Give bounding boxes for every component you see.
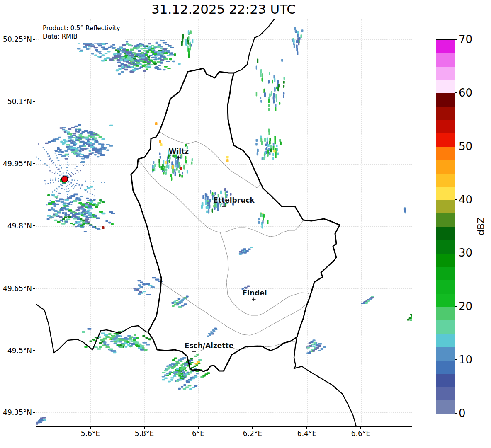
radar-spoke-dot <box>66 186 67 187</box>
radar-spoke-dot <box>55 179 56 180</box>
radar-echo-pixel <box>298 34 299 38</box>
radar-echo-pixel <box>160 46 163 47</box>
radar-echo-pixel <box>129 51 132 52</box>
radar-spoke-dot <box>76 166 78 167</box>
country-border-line <box>294 337 356 426</box>
radar-spoke-dot <box>80 170 81 172</box>
radar-echo-pixel <box>58 151 61 153</box>
radar-echo-pixel <box>77 48 80 50</box>
radar-echo-hot-pixel <box>160 143 163 146</box>
radar-echo-pixel <box>49 217 54 218</box>
radar-echo-pixel <box>85 216 88 217</box>
radar-echo-pixel <box>166 368 170 370</box>
radar-echo-pixel <box>257 152 258 156</box>
radar-echo-pixel <box>143 45 147 47</box>
radar-echo-hot-pixel <box>411 316 412 319</box>
radar-echo-pixel <box>276 145 278 147</box>
radar-echo-pixel <box>160 55 163 57</box>
radar-echo-pixel <box>298 41 299 45</box>
radar-echo-pixel <box>187 372 190 373</box>
radar-echo-pixel <box>146 68 148 70</box>
colorbar-segment <box>436 307 455 320</box>
radar-echo-pixel <box>268 80 270 84</box>
radar-echo-pixel <box>65 212 67 214</box>
latitude-tick-label: 49.95°N <box>0 160 32 168</box>
radar-echo-pixel <box>177 160 178 164</box>
radar-echo-pixel <box>170 377 174 378</box>
radar-echo-pixel <box>56 214 58 216</box>
radar-echo-pixel <box>67 214 70 216</box>
radar-echo-pixel <box>70 195 75 197</box>
radar-spoke-dot <box>76 183 78 184</box>
radar-spoke-dot <box>60 171 61 172</box>
radar-echo-pixel <box>258 221 260 224</box>
colorbar-segment <box>436 80 455 94</box>
radar-echo-pixel <box>81 158 85 160</box>
radar-spoke-dot <box>56 191 57 192</box>
radar-spoke-dot <box>56 157 58 159</box>
radar-spoke-dot <box>54 203 56 204</box>
radar-echo-pixel <box>62 207 67 209</box>
radar-echo-pixel <box>75 129 77 131</box>
radar-echo-pixel <box>180 368 183 371</box>
radar-echo-pixel <box>102 147 105 149</box>
radar-echo-pixel <box>165 168 167 171</box>
radar-echo-pixel <box>76 209 80 211</box>
radar-echo-pixel <box>112 44 115 45</box>
radar-echo-pixel <box>82 331 85 333</box>
radar-spoke-dot <box>63 210 64 211</box>
radar-echo-pixel <box>167 55 170 56</box>
radar-echo-pixel <box>278 84 280 88</box>
radar-echo-pixel <box>95 49 98 51</box>
radar-echo-pixel <box>260 73 262 77</box>
radar-echo-pixel <box>183 375 186 377</box>
radar-echo-pixel <box>277 87 279 92</box>
radar-echo-pixel <box>59 149 61 151</box>
radar-echo-pixel <box>101 138 105 140</box>
radar-echo-pixel <box>179 301 182 303</box>
radar-echo-pixel <box>64 140 68 142</box>
radar-echo-pixel <box>68 140 71 142</box>
radar-echo-pixel <box>136 62 140 64</box>
radar-echo-pixel <box>79 156 83 157</box>
radar-echo-pixel <box>279 139 281 142</box>
radar-echo-pixel <box>75 226 78 227</box>
radar-echo-pixel <box>320 348 323 350</box>
radar-echo-pixel <box>181 175 183 178</box>
radar-echo-pixel <box>160 62 163 64</box>
radar-echo-pixel <box>191 44 192 46</box>
radar-spoke-dot <box>63 183 65 184</box>
radar-echo-pixel <box>190 359 193 361</box>
radar-spoke-dot <box>71 186 73 187</box>
radar-spoke-dot <box>59 193 61 194</box>
radar-echo-pixel <box>133 337 136 339</box>
radar-spoke-dot <box>53 162 55 164</box>
radar-echo-pixel <box>275 140 276 145</box>
radar-echo-pixel <box>121 63 124 65</box>
radar-echo-pixel <box>175 157 176 161</box>
radar-echo-pixel <box>47 218 50 220</box>
radar-spoke-dot <box>58 178 59 179</box>
radar-echo-pixel <box>257 58 258 63</box>
radar-echo-pixel <box>148 43 151 45</box>
radar-echo-pixel <box>119 346 123 348</box>
city-marker <box>192 350 196 354</box>
longitude-tick-mark <box>144 427 144 429</box>
radar-echo-pixel <box>59 199 63 201</box>
radar-echo-pixel <box>80 225 83 227</box>
radar-echo-pixel <box>160 59 165 61</box>
radar-spoke-dot <box>49 167 50 168</box>
radar-echo-pixel <box>154 164 156 167</box>
colorbar-tick-label: 70 <box>459 33 472 46</box>
latitude-tick-label: 49.5°N <box>0 346 32 355</box>
radar-spoke-dot <box>56 155 57 156</box>
radar-echo-pixel <box>77 217 80 219</box>
radar-echo-pixel <box>220 191 222 194</box>
radar-echo-pixel <box>87 328 91 330</box>
radar-echo-pixel <box>206 194 208 197</box>
radar-echo-pixel <box>71 127 75 128</box>
radar-echo-pixel <box>139 286 142 288</box>
radar-echo-hot-pixel <box>273 150 276 153</box>
radar-spoke-dot <box>68 156 69 157</box>
radar-echo-pixel <box>296 44 297 48</box>
